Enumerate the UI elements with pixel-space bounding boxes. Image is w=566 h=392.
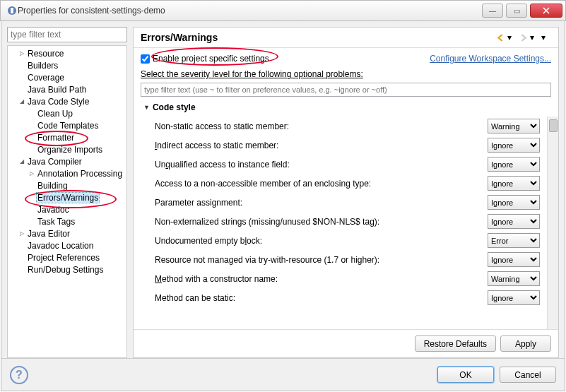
tree-item-label: Errors/Warnings bbox=[36, 192, 100, 203]
tree-item-label: Clean Up bbox=[36, 109, 74, 119]
back-icon[interactable] bbox=[496, 32, 506, 42]
severity-select[interactable]: IgnoreWarningError bbox=[488, 157, 540, 172]
scrollbar-thumb[interactable] bbox=[549, 119, 558, 132]
option-label: Indirect access to static member: bbox=[155, 141, 488, 150]
option-label: Method can be static: bbox=[155, 293, 488, 303]
nav-tree[interactable]: ▷ResourceBuildersCoverageJava Build Path… bbox=[7, 45, 127, 358]
severity-select[interactable]: IgnoreWarningError bbox=[488, 233, 540, 248]
tree-item[interactable]: Clean Up bbox=[8, 107, 126, 119]
tree-item-label: Project References bbox=[26, 253, 101, 263]
tree-item-label: Formatter bbox=[36, 133, 76, 143]
tree-item[interactable]: Run/Debug Settings bbox=[8, 263, 126, 275]
tree-item[interactable]: Coverage bbox=[8, 71, 126, 83]
tree-item[interactable]: Java Build Path bbox=[8, 83, 126, 95]
tree-item-label: Coverage bbox=[26, 73, 66, 83]
severity-select[interactable]: IgnoreWarningError bbox=[488, 271, 540, 286]
tree-item-label: Task Tags bbox=[36, 217, 76, 227]
app-icon bbox=[6, 5, 18, 16]
close-button[interactable] bbox=[530, 4, 562, 18]
forward-icon[interactable] bbox=[519, 32, 529, 42]
option-row: Unqualified access to instance field:Ign… bbox=[134, 155, 544, 174]
enable-checkbox-input[interactable] bbox=[141, 54, 150, 64]
configure-workspace-link[interactable]: Configure Workspace Settings... bbox=[430, 54, 551, 64]
enable-project-specific-checkbox[interactable]: Enable project specific settings bbox=[141, 54, 430, 64]
tree-item[interactable]: Javadoc Location bbox=[8, 239, 126, 251]
option-label: Non-externalized strings (missing/unused… bbox=[155, 217, 488, 227]
collapse-icon: ▼ bbox=[143, 104, 150, 111]
tree-item[interactable]: Javadoc bbox=[8, 203, 126, 215]
severity-description: Select the severity level for the follow… bbox=[134, 66, 558, 81]
severity-select[interactable]: IgnoreWarningError bbox=[488, 138, 540, 153]
tree-item[interactable]: ▷Annotation Processing bbox=[8, 167, 126, 179]
option-row: Access to a non-accessible member of an … bbox=[134, 174, 544, 193]
tree-item[interactable]: Project References bbox=[8, 251, 126, 263]
option-row: Non-static access to static member:Ignor… bbox=[134, 117, 544, 136]
tree-item[interactable]: Building bbox=[8, 179, 126, 191]
main-panel: Errors/Warnings ▾ ▾ ▾ Enable project spe… bbox=[133, 27, 559, 358]
option-row: Parameter assignment:IgnoreWarningError bbox=[134, 193, 544, 212]
option-label: Parameter assignment: bbox=[155, 198, 488, 208]
options-filter-input[interactable] bbox=[141, 83, 551, 97]
minimize-button[interactable]: — bbox=[482, 4, 503, 18]
option-label: Access to a non-accessible member of an … bbox=[155, 179, 488, 189]
tree-item-label: Building bbox=[36, 181, 69, 191]
tree-item-label: Builders bbox=[26, 61, 59, 71]
enable-checkbox-label: Enable project specific settings bbox=[153, 54, 269, 64]
cancel-button[interactable]: Cancel bbox=[500, 367, 556, 383]
tree-item-label: Annotation Processing bbox=[36, 169, 124, 179]
severity-select[interactable]: IgnoreWarningError bbox=[488, 290, 540, 305]
tree-item-label: Java Build Path bbox=[26, 85, 88, 95]
tree-item-label: Javadoc Location bbox=[26, 241, 95, 251]
scrollbar[interactable] bbox=[547, 117, 558, 329]
svg-rect-1 bbox=[11, 8, 13, 13]
section-code-style[interactable]: ▼ Code style bbox=[134, 101, 558, 117]
maximize-button[interactable]: ▭ bbox=[506, 4, 527, 18]
tree-item-label: Organize Imports bbox=[36, 145, 104, 155]
option-row: Non-externalized strings (missing/unused… bbox=[134, 212, 544, 231]
back-menu-icon[interactable]: ▾ bbox=[507, 32, 517, 42]
tree-item-label: Java Compiler bbox=[26, 157, 83, 167]
options-list: Non-static access to static member:Ignor… bbox=[134, 117, 547, 329]
sidebar: ▷ResourceBuildersCoverageJava Build Path… bbox=[7, 27, 127, 358]
tree-filter-input[interactable] bbox=[7, 27, 127, 42]
option-row: Method with a constructor name:IgnoreWar… bbox=[134, 269, 544, 288]
page-menu-icon[interactable]: ▾ bbox=[541, 32, 551, 42]
title-bar: Properties for consistent-settings-demo … bbox=[0, 0, 566, 21]
section-label: Code style bbox=[153, 102, 196, 112]
apply-button[interactable]: Apply bbox=[500, 335, 551, 352]
severity-select[interactable]: IgnoreWarningError bbox=[488, 176, 540, 191]
forward-menu-icon[interactable]: ▾ bbox=[530, 32, 540, 42]
tree-item-label: Java Editor bbox=[26, 229, 71, 239]
tree-item[interactable]: ◢Java Compiler bbox=[8, 155, 126, 167]
tree-item-label: Code Templates bbox=[36, 121, 100, 131]
tree-item[interactable]: Organize Imports bbox=[8, 143, 126, 155]
option-row: Resource not managed via try-with-resour… bbox=[134, 250, 544, 269]
twisty-icon: ▷ bbox=[18, 230, 26, 237]
tree-item[interactable]: ▷Resource bbox=[8, 47, 126, 59]
tree-item-label: Java Code Style bbox=[26, 97, 90, 107]
option-label: Method with a constructor name: bbox=[155, 274, 488, 284]
tree-item[interactable]: Code Templates bbox=[8, 119, 126, 131]
severity-select[interactable]: IgnoreWarningError bbox=[488, 119, 540, 133]
ok-button[interactable]: OK bbox=[437, 367, 494, 383]
tree-item[interactable]: Builders bbox=[8, 59, 126, 71]
tree-item-label: Resource bbox=[26, 49, 65, 59]
option-label: Unqualified access to instance field: bbox=[155, 160, 488, 170]
restore-defaults-button[interactable]: Restore Defaults bbox=[415, 335, 496, 352]
option-row: Undocumented empty block:IgnoreWarningEr… bbox=[134, 231, 544, 250]
tree-item[interactable]: Errors/Warnings bbox=[8, 191, 126, 203]
option-label: Non-static access to static member: bbox=[155, 121, 488, 131]
tree-item[interactable]: Task Tags bbox=[8, 215, 126, 227]
page-title: Errors/Warnings bbox=[141, 32, 495, 43]
tree-item[interactable]: ▷Java Editor bbox=[8, 227, 126, 239]
tree-item[interactable]: Formatter bbox=[8, 131, 126, 143]
severity-select[interactable]: IgnoreWarningError bbox=[488, 195, 540, 210]
tree-item-label: Run/Debug Settings bbox=[26, 265, 105, 275]
severity-select[interactable]: IgnoreWarningError bbox=[488, 214, 540, 229]
help-icon[interactable]: ? bbox=[10, 366, 28, 384]
tree-item[interactable]: ◢Java Code Style bbox=[8, 95, 126, 107]
tree-item-label: Javadoc bbox=[36, 205, 71, 215]
severity-select[interactable]: IgnoreWarningError bbox=[488, 252, 540, 267]
option-row: Method can be static:IgnoreWarningError bbox=[134, 288, 544, 307]
twisty-icon: ◢ bbox=[18, 158, 26, 165]
